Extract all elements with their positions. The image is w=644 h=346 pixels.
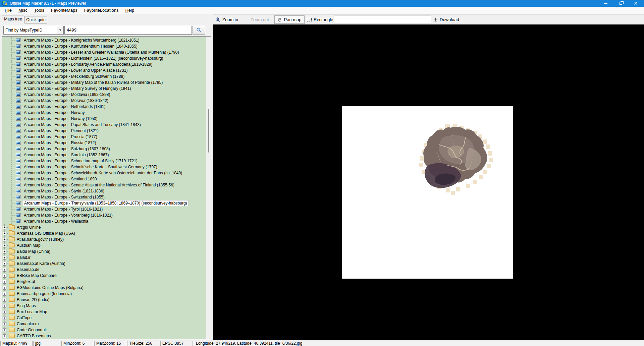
tree-item-folder[interactable]: +Arkansas GIS Offlice Map (USA)	[2, 230, 206, 236]
tree-item-map[interactable]: Arcanum Maps - Europe - Schmitt'sche Kar…	[2, 164, 206, 170]
expand-plus-icon[interactable]: +	[3, 238, 6, 241]
tree-item-map[interactable]: Arcanum Maps - Europe - Norway (1950)	[2, 116, 206, 122]
tree-item-folder[interactable]: +Basemap.de	[2, 267, 206, 273]
tree-item-map[interactable]: Arcanum Maps - Europe - Schweickhardt-Ka…	[2, 170, 206, 176]
expand-plus-icon[interactable]: +	[3, 322, 6, 326]
tree-item-map[interactable]: Arcanum Maps - Europe - Tyrol (1816-1821…	[2, 206, 206, 212]
tree-item-map[interactable]: Arcanum Maps - Europe - Styria (1821-183…	[2, 188, 206, 194]
tree-scrollbar[interactable]	[206, 37, 211, 339]
toolbar-text-box[interactable]	[334, 15, 431, 24]
tree-item-map[interactable]: Arcanum Maps - Europe - Sardinia (1852-1…	[2, 152, 206, 158]
zoom-in-button[interactable]: Zoom in	[214, 15, 239, 24]
expand-plus-icon[interactable]: +	[3, 274, 6, 278]
expand-plus-icon[interactable]: +	[3, 334, 6, 338]
menu-item-file[interactable]: File	[1, 7, 15, 14]
tree-item-label: Arcanum Maps - Europe - Moldavia (1892-1…	[23, 92, 111, 97]
tree-item-folder[interactable]: +CARTO Basemaps	[2, 333, 206, 339]
tree-item-folder[interactable]: +Bing Maps	[2, 303, 206, 309]
tree-item-folder[interactable]: +Bergfex.at	[2, 279, 206, 285]
menu-item-favoritelocations[interactable]: FavoriteLocations	[81, 7, 122, 14]
tree-item-map[interactable]: Arcanum Maps - Europe - Mecklenburg Schw…	[2, 73, 206, 79]
tree-item-map[interactable]: Arcanum Maps - Europe - Russia (1872)	[2, 140, 206, 146]
tree-item-folder[interactable]: +Arcgis Online	[2, 224, 206, 230]
find-by-dropdown[interactable]: Find by MapsTypeID ▼	[3, 26, 64, 35]
tree-item-map[interactable]: Arcanum Maps - Europe - Kurtfurstenthum …	[2, 43, 206, 49]
menu-item-misc[interactable]: Misc	[15, 7, 31, 14]
tree-item-map[interactable]: Arcanum Maps - Europe - Military Map of …	[2, 79, 206, 85]
tree-item-map[interactable]: Arcanum Maps - Europe - Switzerland (185…	[2, 194, 206, 200]
tree-item-folder[interactable]: +CalTopo	[2, 315, 206, 321]
restore-button[interactable]	[613, 0, 628, 7]
expand-plus-icon[interactable]: +	[3, 280, 6, 284]
tree-item-folder[interactable]: +Bhumi.atrbpn.go.id (Indonesia)	[2, 291, 206, 297]
expand-plus-icon[interactable]: +	[3, 298, 6, 302]
expand-plus-icon[interactable]: +	[3, 244, 6, 247]
tree-item-map[interactable]: Arcanum Maps - Europe - Netherlands (186…	[2, 104, 206, 110]
tree-item-map[interactable]: Arcanum Maps - Europe - Prussia (1877)	[2, 134, 206, 140]
expand-plus-icon[interactable]: +	[3, 226, 6, 229]
expand-plus-icon[interactable]: +	[3, 250, 6, 253]
tree-item-folder[interactable]: +Camapka.ru	[2, 321, 206, 327]
tree-item-map[interactable]: Arcanum Maps - Europe - Papal States and…	[2, 122, 206, 128]
tree-item-folder[interactable]: +BBBike Map Compare	[2, 273, 206, 279]
tree-item-map[interactable]: Arcanum Maps - Europe - Moldavia (1892-1…	[2, 92, 206, 98]
expand-plus-icon[interactable]: +	[3, 304, 6, 308]
tree-guide-line	[11, 89, 15, 89]
tree-item-map[interactable]: Arcanum Maps - Europe - Piemont (1821)	[2, 128, 206, 134]
tree-item-map[interactable]: Arcanum Maps - Europe - Salzburg (1807-1…	[2, 146, 206, 152]
tree-item-folder[interactable]: +Atlas.harita.gov.tr (Turkey)	[2, 236, 206, 242]
map-tile-canvas[interactable]	[342, 106, 513, 279]
map-layer-icon	[16, 129, 21, 133]
expand-plus-icon[interactable]: +	[3, 256, 6, 260]
tree-item-folder[interactable]: +Carte-Geoportail	[2, 327, 206, 333]
zoom-out-button[interactable]: Zoom out	[249, 15, 270, 24]
tree-item-map[interactable]: Arcanum Maps - Europe - Konigreichs Wurt…	[2, 37, 206, 43]
tree-item-folder[interactable]: +BGMountains Online Maps (Bulgaria)	[2, 285, 206, 291]
tree-item-label: Balad.ir	[17, 255, 31, 260]
expand-plus-icon[interactable]: +	[3, 268, 6, 272]
tree-item-map[interactable]: Arcanum Maps - Europe - Norway	[2, 110, 206, 116]
expand-plus-icon[interactable]: +	[3, 310, 6, 314]
tree-item-map[interactable]: Arcanum Maps - Europe - Scotland 1890	[2, 176, 206, 182]
expand-plus-icon[interactable]: +	[3, 232, 6, 235]
tree-item-folder[interactable]: +Balad.ir	[2, 254, 206, 261]
tree-item-label: Arcanum Maps - Europe - Konigreichs Wurt…	[23, 38, 141, 43]
tree-item-map[interactable]: Arcanum Maps - Europe - Schmettau-map of…	[2, 158, 206, 164]
close-button[interactable]: ×	[628, 0, 643, 7]
tree-item-map[interactable]: Arcanum Maps - Europe - Senate Atlas at …	[2, 182, 206, 188]
tree-item-map[interactable]: Arcanum Maps - Europe - Wallachia	[2, 218, 206, 224]
folder-icon	[9, 225, 15, 229]
tab-maps-tree[interactable]: Maps tree	[2, 15, 24, 23]
pan-map-button[interactable]: Pan map	[274, 15, 305, 24]
tree-item-map[interactable]: Arcanum Maps - Europe - Lesser and Great…	[2, 49, 206, 55]
tree-scrollbar-thumb[interactable]	[208, 109, 209, 153]
minimize-button[interactable]	[598, 0, 613, 7]
menu-item-tools[interactable]: Tools	[31, 7, 48, 14]
menu-item-favoritemaps[interactable]: FavoriteMaps	[48, 7, 81, 14]
download-button[interactable]: Download	[432, 15, 461, 24]
search-input[interactable]: 4499	[64, 26, 192, 35]
tree-item-map[interactable]: Arcanum Maps - Europe - Military Survey …	[2, 85, 206, 92]
tree-item-map[interactable]: Arcanum Maps - Europe - Moravia (1836-18…	[2, 98, 206, 104]
expand-plus-icon[interactable]: +	[3, 262, 6, 266]
expand-plus-icon[interactable]: +	[3, 328, 6, 332]
tree-item-folder[interactable]: +Basemap.at Karte (Austria)	[2, 261, 206, 267]
expand-plus-icon[interactable]: +	[3, 292, 6, 296]
tree-item-folder[interactable]: +Austrian Map	[2, 242, 206, 248]
tree-item-map[interactable]: Arcanum Maps - Europe - Lower and Upper …	[2, 67, 206, 73]
tree-item-folder[interactable]: +Baidu Map (China)	[2, 248, 206, 254]
menu-item-help[interactable]: Help	[122, 7, 138, 14]
rectangle-select-button[interactable]: Rectangle	[306, 15, 335, 24]
tree-item-folder[interactable]: +Box Locator Map	[2, 309, 206, 315]
map-viewport[interactable]	[213, 24, 644, 340]
expand-plus-icon[interactable]: +	[3, 286, 6, 290]
tree-item-map[interactable]: Arcanum Maps - Europe - Transylvania (18…	[2, 200, 206, 206]
tree-item-map[interactable]: Arcanum Maps - Europe - Vorarlberg (1816…	[2, 212, 206, 218]
expand-plus-icon[interactable]: +	[3, 316, 6, 320]
tree-item-folder[interactable]: +Bhuvan-2D (India)	[2, 297, 206, 303]
tree-item-map[interactable]: Arcanum Maps - Europe - Lichtenstein (18…	[2, 55, 206, 61]
search-button[interactable]	[193, 26, 205, 35]
chevron-down-icon[interactable]: ▼	[57, 26, 63, 34]
tab-quick-goto[interactable]: Quick goto	[24, 16, 47, 23]
tree-item-map[interactable]: Arcanum Maps - Europe - Lombardy,Venice,…	[2, 61, 206, 67]
